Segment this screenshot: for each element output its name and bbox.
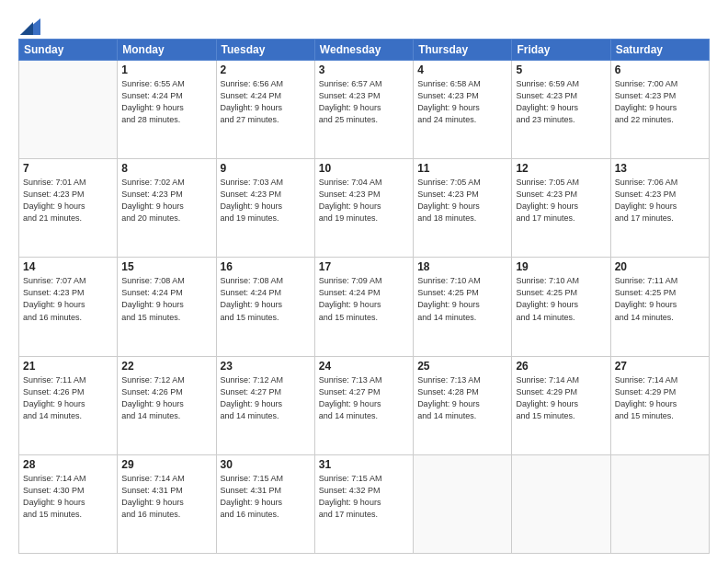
day-info: Sunrise: 7:04 AMSunset: 4:23 PMDaylight:… <box>319 177 409 224</box>
day-info: Sunrise: 7:10 AMSunset: 4:25 PMDaylight:… <box>516 275 606 323</box>
calendar-cell: 13Sunrise: 7:06 AMSunset: 4:23 PMDayligh… <box>610 159 709 258</box>
calendar-week-row: 7Sunrise: 7:01 AMSunset: 4:23 PMDaylight… <box>19 159 710 258</box>
calendar-cell: 11Sunrise: 7:05 AMSunset: 4:23 PMDayligh… <box>414 159 512 258</box>
calendar-cell: 4Sunrise: 6:58 AMSunset: 4:23 PMDaylight… <box>414 61 512 159</box>
calendar-table: SundayMondayTuesdayWednesdayThursdayFrid… <box>18 39 710 554</box>
calendar-cell: 20Sunrise: 7:11 AMSunset: 4:25 PMDayligh… <box>610 258 709 356</box>
calendar-day-header: Sunday <box>19 40 118 61</box>
calendar-cell: 18Sunrise: 7:10 AMSunset: 4:25 PMDayligh… <box>414 258 512 356</box>
day-number: 20 <box>615 260 705 273</box>
day-number: 28 <box>23 458 113 471</box>
calendar-cell: 6Sunrise: 7:00 AMSunset: 4:23 PMDaylight… <box>610 61 709 159</box>
calendar-cell: 3Sunrise: 6:57 AMSunset: 4:23 PMDaylight… <box>314 61 413 159</box>
day-info: Sunrise: 7:13 AMSunset: 4:27 PMDaylight:… <box>319 374 409 422</box>
day-info: Sunrise: 7:05 AMSunset: 4:23 PMDaylight:… <box>417 177 507 224</box>
day-info: Sunrise: 7:15 AMSunset: 4:31 PMDaylight:… <box>221 473 311 521</box>
calendar-cell: 7Sunrise: 7:01 AMSunset: 4:23 PMDaylight… <box>19 159 118 258</box>
day-number: 23 <box>221 360 311 373</box>
day-info: Sunrise: 7:12 AMSunset: 4:27 PMDaylight:… <box>221 374 311 422</box>
calendar-cell: 10Sunrise: 7:04 AMSunset: 4:23 PMDayligh… <box>314 159 413 258</box>
calendar-cell: 17Sunrise: 7:09 AMSunset: 4:24 PMDayligh… <box>314 258 413 356</box>
day-number: 5 <box>516 63 606 76</box>
day-number: 11 <box>417 162 507 175</box>
day-number: 26 <box>516 360 606 373</box>
calendar-cell: 5Sunrise: 6:59 AMSunset: 4:23 PMDaylight… <box>512 61 610 159</box>
day-info: Sunrise: 7:07 AMSunset: 4:23 PMDaylight:… <box>23 275 113 323</box>
day-info: Sunrise: 7:08 AMSunset: 4:24 PMDaylight:… <box>121 275 211 323</box>
calendar-cell: 25Sunrise: 7:13 AMSunset: 4:28 PMDayligh… <box>414 356 512 454</box>
day-info: Sunrise: 6:55 AMSunset: 4:24 PMDaylight:… <box>121 78 211 126</box>
day-number: 18 <box>417 260 507 273</box>
calendar-cell: 23Sunrise: 7:12 AMSunset: 4:27 PMDayligh… <box>216 356 314 454</box>
calendar-cell: 24Sunrise: 7:13 AMSunset: 4:27 PMDayligh… <box>314 356 413 454</box>
calendar-week-row: 21Sunrise: 7:11 AMSunset: 4:26 PMDayligh… <box>19 356 710 454</box>
calendar-cell: 26Sunrise: 7:14 AMSunset: 4:29 PMDayligh… <box>512 356 610 454</box>
day-info: Sunrise: 7:05 AMSunset: 4:23 PMDaylight:… <box>516 177 606 224</box>
calendar-cell <box>512 454 610 553</box>
calendar-cell: 21Sunrise: 7:11 AMSunset: 4:26 PMDayligh… <box>19 356 118 454</box>
day-info: Sunrise: 6:59 AMSunset: 4:23 PMDaylight:… <box>516 78 606 126</box>
day-number: 3 <box>319 63 409 76</box>
day-info: Sunrise: 7:11 AMSunset: 4:25 PMDaylight:… <box>615 275 705 323</box>
day-number: 17 <box>319 260 409 273</box>
calendar-day-header: Monday <box>118 40 216 61</box>
day-number: 1 <box>121 63 211 76</box>
day-info: Sunrise: 7:09 AMSunset: 4:24 PMDaylight:… <box>319 275 409 323</box>
calendar-week-row: 14Sunrise: 7:07 AMSunset: 4:23 PMDayligh… <box>19 258 710 356</box>
day-number: 8 <box>121 162 211 175</box>
day-info: Sunrise: 7:03 AMSunset: 4:23 PMDaylight:… <box>221 177 311 224</box>
day-info: Sunrise: 7:14 AMSunset: 4:30 PMDaylight:… <box>23 473 113 521</box>
day-number: 4 <box>417 63 507 76</box>
day-info: Sunrise: 7:14 AMSunset: 4:31 PMDaylight:… <box>121 473 211 521</box>
day-number: 9 <box>221 162 311 175</box>
calendar-day-header: Friday <box>512 40 610 61</box>
day-info: Sunrise: 7:06 AMSunset: 4:23 PMDaylight:… <box>615 177 705 224</box>
day-info: Sunrise: 7:08 AMSunset: 4:24 PMDaylight:… <box>221 275 311 323</box>
header <box>18 15 710 33</box>
day-info: Sunrise: 7:14 AMSunset: 4:29 PMDaylight:… <box>516 374 606 422</box>
calendar-cell: 14Sunrise: 7:07 AMSunset: 4:23 PMDayligh… <box>19 258 118 356</box>
day-info: Sunrise: 7:15 AMSunset: 4:32 PMDaylight:… <box>319 473 409 521</box>
calendar-cell: 12Sunrise: 7:05 AMSunset: 4:23 PMDayligh… <box>512 159 610 258</box>
day-number: 7 <box>23 162 113 175</box>
day-info: Sunrise: 7:13 AMSunset: 4:28 PMDaylight:… <box>417 374 507 422</box>
page: SundayMondayTuesdayWednesdayThursdayFrid… <box>0 0 728 563</box>
calendar-cell <box>610 454 709 553</box>
calendar-cell: 2Sunrise: 6:56 AMSunset: 4:24 PMDaylight… <box>216 61 314 159</box>
day-info: Sunrise: 7:02 AMSunset: 4:23 PMDaylight:… <box>121 177 211 224</box>
day-number: 2 <box>221 63 311 76</box>
logo <box>18 18 40 33</box>
day-number: 13 <box>615 162 705 175</box>
day-info: Sunrise: 7:14 AMSunset: 4:29 PMDaylight:… <box>615 374 705 422</box>
calendar-cell: 27Sunrise: 7:14 AMSunset: 4:29 PMDayligh… <box>610 356 709 454</box>
calendar-cell: 28Sunrise: 7:14 AMSunset: 4:30 PMDayligh… <box>19 454 118 553</box>
day-number: 24 <box>319 360 409 373</box>
calendar-day-header: Thursday <box>414 40 512 61</box>
day-info: Sunrise: 7:10 AMSunset: 4:25 PMDaylight:… <box>417 275 507 323</box>
calendar-day-header: Tuesday <box>216 40 314 61</box>
day-number: 27 <box>615 360 705 373</box>
calendar-header-row: SundayMondayTuesdayWednesdayThursdayFrid… <box>19 40 710 61</box>
calendar-week-row: 28Sunrise: 7:14 AMSunset: 4:30 PMDayligh… <box>19 454 710 553</box>
day-number: 25 <box>417 360 507 373</box>
day-number: 10 <box>319 162 409 175</box>
calendar-cell: 30Sunrise: 7:15 AMSunset: 4:31 PMDayligh… <box>216 454 314 553</box>
day-number: 30 <box>221 458 311 471</box>
calendar-cell <box>414 454 512 553</box>
day-info: Sunrise: 7:00 AMSunset: 4:23 PMDaylight:… <box>615 78 705 126</box>
calendar-cell <box>19 61 118 159</box>
calendar-cell: 31Sunrise: 7:15 AMSunset: 4:32 PMDayligh… <box>314 454 413 553</box>
calendar-cell: 29Sunrise: 7:14 AMSunset: 4:31 PMDayligh… <box>118 454 216 553</box>
calendar-cell: 19Sunrise: 7:10 AMSunset: 4:25 PMDayligh… <box>512 258 610 356</box>
day-info: Sunrise: 7:11 AMSunset: 4:26 PMDaylight:… <box>23 374 113 422</box>
day-number: 6 <box>615 63 705 76</box>
day-number: 22 <box>121 360 211 373</box>
calendar-cell: 8Sunrise: 7:02 AMSunset: 4:23 PMDaylight… <box>118 159 216 258</box>
day-number: 16 <box>221 260 311 273</box>
day-number: 12 <box>516 162 606 175</box>
svg-marker-1 <box>20 22 33 35</box>
calendar-day-header: Wednesday <box>314 40 413 61</box>
calendar-cell: 16Sunrise: 7:08 AMSunset: 4:24 PMDayligh… <box>216 258 314 356</box>
logo-icon <box>20 18 40 35</box>
day-info: Sunrise: 7:01 AMSunset: 4:23 PMDaylight:… <box>23 177 113 224</box>
